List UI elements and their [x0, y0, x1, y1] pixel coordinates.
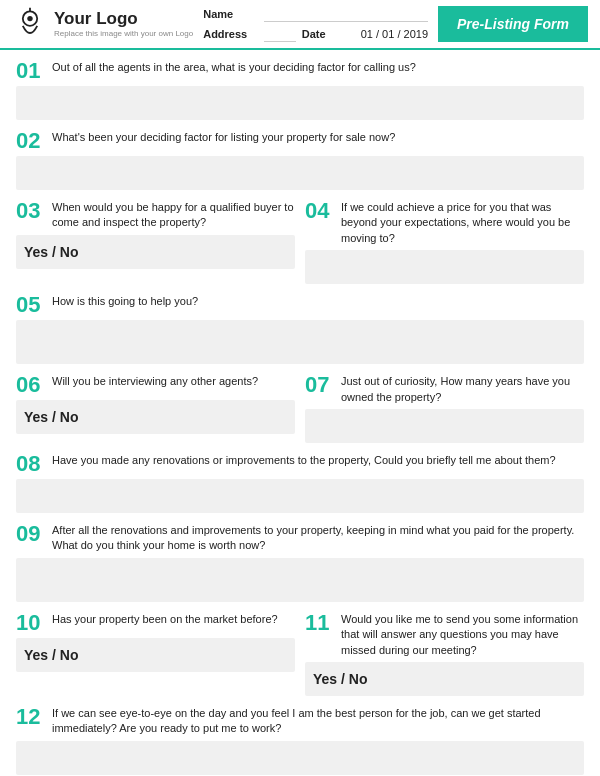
question-08: 08 Have you made any renovations or impr…: [16, 453, 584, 513]
q06-text: Will you be interviewing any other agent…: [52, 374, 258, 389]
q03-number: 03: [16, 200, 46, 222]
q05-answer[interactable]: [16, 320, 584, 364]
q01-text: Out of all the agents in the area, what …: [52, 60, 416, 75]
q10-text: Has your property been on the market bef…: [52, 612, 278, 627]
q03-answer[interactable]: Yes / No: [16, 235, 295, 269]
q11-number: 11: [305, 612, 335, 634]
q07-number: 07: [305, 374, 335, 396]
address-input-line[interactable]: [264, 26, 296, 42]
q06-answer[interactable]: Yes / No: [16, 400, 295, 434]
q07-answer[interactable]: [305, 409, 584, 443]
q10-answer[interactable]: Yes / No: [16, 638, 295, 672]
q12-number: 12: [16, 706, 46, 728]
question-09: 09 After all the renovations and improve…: [16, 523, 584, 602]
question-06: 06 Will you be interviewing any other ag…: [16, 374, 295, 443]
q09-text: After all the renovations and improvemen…: [52, 523, 584, 554]
q05-number: 05: [16, 294, 46, 316]
q11-answer[interactable]: Yes / No: [305, 662, 584, 696]
q12-text: If we can see eye-to-eye on the day and …: [52, 706, 584, 737]
logo-title: Your Logo: [54, 10, 193, 29]
question-04: 04 If we could achieve a price for you t…: [305, 200, 584, 284]
question-07: 07 Just out of curiosity, How many years…: [305, 374, 584, 443]
q02-text: What's been your deciding factor for lis…: [52, 130, 395, 145]
header-fields: Name Address Date 01 / 01 / 2019: [203, 6, 428, 42]
q10-yes-no: Yes / No: [24, 647, 78, 663]
question-12: 12 If we can see eye-to-eye on the day a…: [16, 706, 584, 775]
q07-text: Just out of curiosity, How many years ha…: [341, 374, 584, 405]
q09-answer[interactable]: [16, 558, 584, 602]
page-header: Your Logo Replace this image with your o…: [0, 0, 600, 50]
svg-point-1: [27, 16, 32, 21]
q08-number: 08: [16, 453, 46, 475]
logo-icon: [12, 6, 48, 42]
form-body: 01 Out of all the agents in the area, wh…: [0, 50, 600, 776]
q12-answer[interactable]: [16, 741, 584, 775]
date-label: Date: [302, 28, 357, 40]
q11-text: Would you like me to send you some infor…: [341, 612, 584, 658]
row-06-07: 06 Will you be interviewing any other ag…: [16, 374, 584, 453]
q06-yes-no: Yes / No: [24, 409, 78, 425]
question-03: 03 When would you be happy for a qualifi…: [16, 200, 295, 284]
logo-subtitle: Replace this image with your own Logo: [54, 29, 193, 39]
q03-text: When would you be happy for a qualified …: [52, 200, 295, 231]
q01-number: 01: [16, 60, 46, 82]
name-label: Name: [203, 8, 258, 20]
q11-yes-no: Yes / No: [313, 671, 367, 687]
question-02: 02 What's been your deciding factor for …: [16, 130, 584, 190]
question-01: 01 Out of all the agents in the area, wh…: [16, 60, 584, 120]
q10-number: 10: [16, 612, 46, 634]
form-title: Pre-Listing Form: [438, 6, 588, 42]
date-value: 01 / 01 / 2019: [361, 28, 428, 40]
q06-number: 06: [16, 374, 46, 396]
q02-answer[interactable]: [16, 156, 584, 190]
question-05: 05 How is this going to help you?: [16, 294, 584, 364]
row-10-11: 10 Has your property been on the market …: [16, 612, 584, 706]
q01-answer[interactable]: [16, 86, 584, 120]
q09-number: 09: [16, 523, 46, 545]
logo-area: Your Logo Replace this image with your o…: [12, 6, 193, 42]
question-10: 10 Has your property been on the market …: [16, 612, 295, 696]
q04-text: If we could achieve a price for you that…: [341, 200, 584, 246]
address-row: Address Date 01 / 01 / 2019: [203, 26, 428, 42]
address-label: Address: [203, 28, 258, 40]
row-03-04: 03 When would you be happy for a qualifi…: [16, 200, 584, 294]
question-11: 11 Would you like me to send you some in…: [305, 612, 584, 696]
q08-text: Have you made any renovations or improve…: [52, 453, 556, 468]
q03-yes-no: Yes / No: [24, 244, 78, 260]
q08-answer[interactable]: [16, 479, 584, 513]
name-row: Name: [203, 6, 428, 22]
q05-text: How is this going to help you?: [52, 294, 198, 309]
name-input-line[interactable]: [264, 6, 428, 22]
q04-number: 04: [305, 200, 335, 222]
q02-number: 02: [16, 130, 46, 152]
q04-answer[interactable]: [305, 250, 584, 284]
date-group: Date 01 / 01 / 2019: [302, 28, 428, 40]
